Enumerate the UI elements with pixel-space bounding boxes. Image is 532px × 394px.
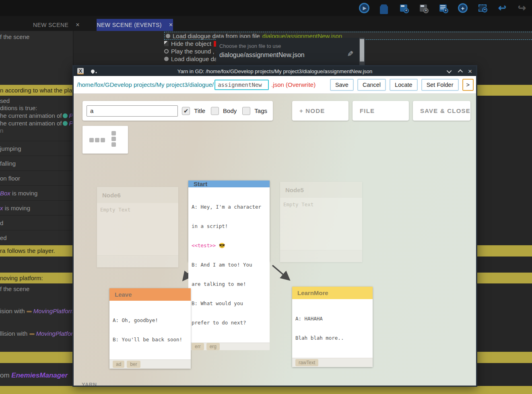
event-row-hide-object[interactable]: Hide the object — [164, 40, 218, 47]
condition-row[interactable]: llision with MovingPlatform — [0, 329, 74, 339]
tag-chip[interactable]: ber — [127, 361, 140, 368]
condition-row[interactable]: Box is moving — [0, 185, 74, 200]
undo-icon[interactable]: ↩ — [497, 3, 507, 13]
comment-row[interactable] — [0, 352, 74, 363]
comment-row[interactable] — [477, 245, 532, 257]
redo-icon[interactable]: ↪ — [517, 3, 527, 13]
node-body[interactable]: Empty Text — [280, 198, 362, 250]
minimap-widget[interactable] — [82, 126, 128, 154]
top-toolbar: ▶ + + + + – ↩ ↪ — [0, 0, 532, 16]
comment-row-bottom[interactable] — [0, 386, 532, 394]
condition-row[interactable]: d — [0, 215, 74, 230]
node-title[interactable]: Node5 — [280, 182, 362, 198]
node-learnmore[interactable]: LearnMore A: HAHAHA Blah blah more.. raw… — [292, 287, 373, 367]
tab-close-icon[interactable]: × — [169, 21, 173, 29]
comment-row[interactable]: n according to what the playe — [0, 85, 74, 96]
node-title[interactable]: Node6 — [97, 187, 178, 203]
object-action-icon — [164, 41, 169, 46]
filename-input[interactable] — [214, 80, 269, 90]
event-row-play-sound[interactable]: Play the sound , v — [164, 47, 219, 55]
node-body[interactable]: A: Oh, goodbye! B: You'll be back soon! — [109, 301, 191, 359]
condition-row[interactable]: jumping — [0, 141, 74, 156]
checkbox-title-checked[interactable]: ✔ — [182, 107, 190, 115]
condition-row[interactable]: x is moving — [0, 200, 74, 215]
path-suffix-overwrite: .json (Overwrite) — [271, 81, 315, 88]
toolbar-icons: ▶ + + + + – ↩ ↪ — [359, 3, 527, 13]
checkbox-tags[interactable] — [242, 107, 250, 115]
event-row[interactable]: n — [0, 127, 74, 134]
node-title[interactable]: Start — [188, 181, 270, 187]
comment-row[interactable]: noving platform: — [0, 273, 74, 283]
node-title[interactable]: LearnMore — [292, 287, 373, 299]
add-events-icon[interactable]: + — [438, 3, 448, 13]
node-node6[interactable]: Node6 Empty Text — [97, 187, 178, 267]
add-external-layout-icon[interactable]: + — [418, 3, 429, 13]
event-row-load-dialogue-2[interactable]: Load dialogue dat — [164, 55, 219, 63]
event-row[interactable]: f the scene — [0, 285, 74, 292]
more-button[interactable]: > — [462, 79, 474, 91]
set-folder-button[interactable]: Set Folder — [421, 79, 459, 91]
path-base: /home/fox/GDevelop projects/My project3/… — [77, 81, 214, 88]
close-icon[interactable]: × — [468, 68, 472, 75]
debug-icon[interactable] — [379, 3, 389, 13]
action-row[interactable]: om EnemiesManager — [0, 370, 74, 381]
node-title[interactable]: Leave — [109, 288, 191, 301]
node-leave[interactable]: Leave A: Oh, goodbye! B: You'll be back … — [109, 288, 191, 369]
node-tags — [97, 255, 178, 267]
tag-chip[interactable]: ad — [113, 361, 124, 368]
event-row[interactable]: ditions is true: — [0, 105, 74, 111]
event-row[interactable]: f the scene — [0, 33, 74, 40]
tab-close-icon[interactable]: × — [76, 21, 80, 29]
comment-row[interactable] — [477, 85, 532, 96]
cancel-button[interactable]: Cancel — [357, 79, 386, 91]
comment-row[interactable]: ra follows the player. — [0, 245, 74, 257]
event-row[interactable]: sed — [0, 97, 74, 104]
json-popup-value[interactable]: dialogue/assignmentNew.json — [219, 51, 305, 59]
node-body[interactable]: A: HAHAHA Blah blah more.. — [292, 299, 373, 358]
tab-new-scene[interactable]: NEW SCENE × — [16, 19, 97, 31]
checkbox-body-label: Body — [223, 107, 237, 114]
node-tags: err erg — [188, 343, 270, 350]
save-and-close-button[interactable]: SAVE & CLOSE — [413, 101, 470, 121]
condition-row[interactable]: he current animation ofPl — [0, 120, 74, 127]
chevron-up-icon[interactable] — [458, 69, 463, 74]
tab-label: NEW SCENE — [33, 22, 68, 28]
play-icon[interactable]: ▶ — [359, 3, 369, 13]
add-node-button[interactable]: + NODE — [292, 101, 348, 121]
tab-new-scene-events[interactable]: NEW SCENE (EVENTS) × — [97, 19, 173, 31]
edit-pencil-icon[interactable]: ✎ — [346, 51, 355, 57]
add-circle-icon[interactable]: + — [458, 3, 468, 13]
remove-selection-icon[interactable]: – — [477, 3, 488, 13]
node-node5[interactable]: Node5 Empty Text — [280, 182, 362, 262]
json-popup-hint: Choose the json file to use — [219, 43, 281, 49]
tag-chip[interactable]: err — [192, 343, 204, 350]
condition-row[interactable]: he current animation ofPl — [0, 112, 74, 119]
node-body[interactable]: A: Hey, I'm a character in a script! <<t… — [188, 187, 270, 343]
tab-label: NEW SCENE (EVENTS) — [97, 22, 162, 28]
window-titlebar[interactable]: X Yarn in GD: /home/fox/GDevelop project… — [74, 66, 476, 76]
file-menu-button[interactable]: FILE — [353, 101, 409, 121]
comment-row[interactable] — [477, 273, 532, 283]
add-scene-icon[interactable]: + — [398, 3, 409, 13]
tag-chip[interactable]: rawText — [295, 359, 318, 366]
search-input[interactable] — [87, 105, 178, 117]
popup-scrollbar-thumb[interactable] — [360, 39, 364, 62]
popup-scrollbar[interactable] — [359, 38, 365, 66]
tag-chip[interactable]: erg — [206, 343, 220, 350]
node-start[interactable]: Start A: Hey, I'm a character in a scrip… — [188, 181, 270, 262]
sound-action-icon — [164, 49, 169, 53]
node-tags — [280, 250, 362, 262]
checkbox-body[interactable] — [211, 107, 219, 115]
save-button[interactable]: Save — [330, 79, 354, 91]
events-right-panel — [477, 31, 532, 394]
condition-row[interactable]: falling — [0, 156, 74, 170]
condition-row[interactable]: ision with MovingPlatform — [0, 306, 74, 316]
yarn-node-canvas[interactable]: ✔ Title Body Tags + NODE FILE SAVE & CLO… — [74, 94, 476, 386]
locate-button[interactable]: Locate — [390, 79, 418, 91]
condition-row[interactable]: on floor — [0, 170, 74, 185]
node-body[interactable]: Empty Text — [97, 203, 178, 255]
condition-row[interactable]: ed — [0, 230, 74, 245]
comment-row[interactable] — [477, 352, 532, 363]
checkbox-tags-label: Tags — [254, 107, 267, 114]
object-icon — [63, 121, 68, 126]
